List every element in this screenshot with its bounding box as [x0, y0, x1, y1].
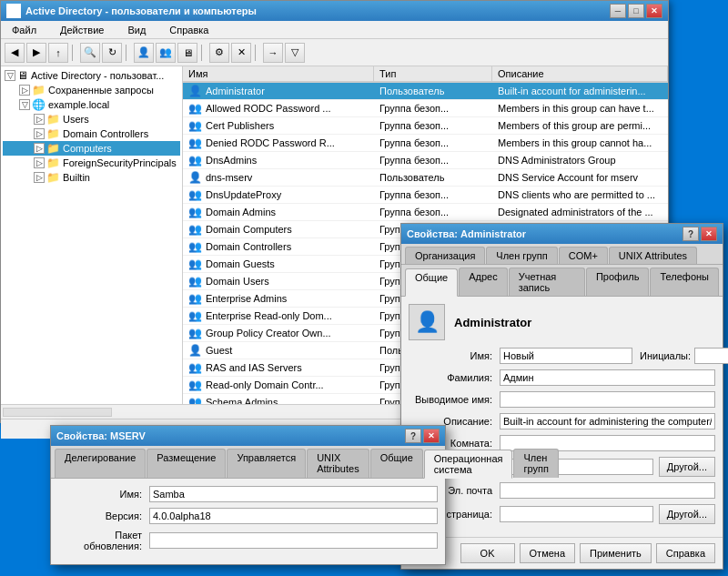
admin-close-button[interactable]: ✕ [701, 227, 717, 241]
menu-file[interactable]: Файл [5, 23, 44, 37]
tab-address[interactable]: Адрес [459, 268, 508, 296]
lastname-input[interactable] [500, 369, 715, 386]
forward-button[interactable]: ▶ [26, 43, 46, 63]
tree-foreign[interactable]: ▷ 📁 ForeignSecurityPrincipals [3, 156, 180, 170]
menu-help[interactable]: Справка [162, 23, 216, 37]
mserv-tab-delegation[interactable]: Делегирование [55, 449, 146, 478]
up-button[interactable]: ↑ [48, 43, 68, 63]
admin-ok-button[interactable]: OK [460, 543, 515, 563]
minimize-button[interactable]: ─ [610, 4, 626, 18]
tree-saved-queries[interactable]: ▷ 📁 Сохраненные запросы [3, 83, 180, 97]
web-input[interactable] [500, 506, 653, 522]
hscrollbar[interactable] [3, 408, 112, 417]
expander-users[interactable]: ▷ [34, 114, 45, 125]
tab-organization[interactable]: Организация [405, 247, 485, 264]
back-button[interactable]: ◀ [5, 43, 25, 63]
cell-type: Группа безоп... [374, 136, 492, 149]
admin-help-footer-button[interactable]: Справка [656, 543, 715, 563]
expander-computers[interactable]: ▷ [34, 143, 45, 154]
filter-button[interactable]: ▽ [285, 43, 305, 63]
menu-action[interactable]: Действие [53, 23, 111, 37]
mserv-sp-input[interactable] [149, 532, 438, 549]
tab-unix-attr[interactable]: UNIX Attributes [609, 247, 697, 264]
list-row[interactable]: 👥 DnsAdmins Группа безоп... DNS Administ… [183, 152, 668, 169]
expander-root[interactable]: ▽ [5, 70, 15, 81]
expander-foreign[interactable]: ▷ [34, 157, 45, 168]
tree-panel[interactable]: ▽ 🖥 Active Directory - пользоват... ▷ 📁 … [1, 66, 183, 404]
firstname-input[interactable] [500, 348, 632, 364]
row-icon: 👤 [188, 344, 202, 357]
refresh-button[interactable]: ↻ [102, 43, 122, 63]
new-group-button[interactable]: 👥 [156, 43, 176, 63]
delete-button[interactable]: ✕ [231, 43, 251, 63]
admin-apply-button[interactable]: Применить [580, 543, 652, 563]
admin-cancel-button[interactable]: Отмена [520, 543, 575, 563]
mserv-tab-general[interactable]: Общие [370, 449, 423, 478]
maximize-button[interactable]: □ [628, 4, 644, 18]
admin-tab-bar-2: Общие Адрес Учетная запись Профиль Телеф… [401, 265, 723, 297]
mserv-tab-members[interactable]: Член групп [513, 449, 558, 478]
cell-name: 👥 Group Policy Creator Own... [183, 326, 374, 340]
tree-users[interactable]: ▷ 📁 Users [3, 112, 180, 126]
list-row[interactable]: 👤 dns-mserv Пользователь DNS Service Acc… [183, 169, 668, 187]
list-row[interactable]: 👥 Domain Admins Группа безоп... Designat… [183, 204, 668, 221]
displayname-row: Выводимое имя: [409, 391, 715, 408]
list-row[interactable]: 👥 DnsUpdateProxy Группа безоп... DNS cli… [183, 187, 668, 204]
close-button[interactable]: ✕ [646, 4, 662, 18]
properties-button[interactable]: ⚙ [209, 43, 229, 63]
tab-phones[interactable]: Телефоны [650, 268, 719, 296]
mserv-version-input[interactable] [149, 508, 438, 524]
mserv-tab-os[interactable]: Операционная система [424, 450, 513, 479]
mserv-name-input[interactable] [149, 486, 438, 502]
list-row[interactable]: 👤 Administrator Пользователь Built-in ac… [183, 83, 668, 100]
mserv-dialog-title-bar: Свойства: MSERV ? ✕ [51, 426, 445, 446]
row-icon: 👥 [188, 102, 202, 115]
initials-input[interactable] [694, 348, 728, 364]
menu-view[interactable]: Вид [120, 23, 153, 37]
admin-dialog-body: 👤 Administrator Имя: Инициалы: Фамилия: … [401, 297, 723, 537]
expander-dc[interactable]: ▷ [34, 128, 45, 139]
tab-member-of[interactable]: Член групп [486, 247, 557, 264]
tree-example-local[interactable]: ▽ 🌐 example.local [3, 97, 180, 112]
tree-label-builtin: Builtin [63, 172, 90, 183]
new-computer-button[interactable]: 🖥 [177, 43, 197, 63]
description-input[interactable] [500, 413, 715, 429]
tree-root[interactable]: ▽ 🖥 Active Directory - пользоват... [3, 68, 180, 83]
cell-name: 👥 Read-only Domain Contr... [183, 378, 374, 392]
mserv-close-button[interactable]: ✕ [423, 429, 440, 443]
tree-builtin[interactable]: ▷ 📁 Builtin [3, 170, 180, 185]
mserv-tab-managed[interactable]: Управляется [227, 449, 306, 478]
tree-computers[interactable]: ▷ 📁 Computers [3, 141, 180, 156]
tab-profile[interactable]: Профиль [586, 268, 650, 296]
tab-account[interactable]: Учетная запись [509, 268, 585, 296]
list-row[interactable]: 👥 Denied RODC Password R... Группа безоп… [183, 135, 668, 152]
tree-icon-builtin: 📁 [46, 171, 60, 184]
col-header-name[interactable]: Имя [183, 66, 374, 81]
col-header-desc[interactable]: Описание [492, 66, 668, 81]
other-phone-button[interactable]: Другой... [659, 457, 715, 477]
cell-name: 👥 Denied RODC Password R... [183, 136, 374, 150]
mserv-tab-unix[interactable]: UNIX Attributes [307, 449, 369, 478]
new-user-button[interactable]: 👤 [134, 43, 154, 63]
list-row[interactable]: 👥 Cert Publishers Группа безоп... Member… [183, 117, 668, 135]
col-header-type[interactable]: Тип [374, 66, 492, 81]
find-button[interactable]: 🔍 [80, 43, 100, 63]
row-icon: 👥 [188, 396, 202, 404]
tree-icon-domain: 🌐 [32, 98, 46, 111]
tab-general[interactable]: Общие [405, 268, 458, 297]
expander-builtin[interactable]: ▷ [34, 172, 45, 183]
other-web-button[interactable]: Другой... [659, 504, 715, 524]
mserv-tab-placement[interactable]: Размещение [147, 449, 226, 478]
mserv-help-button[interactable]: ? [405, 429, 421, 443]
cell-type: Пользователь [374, 85, 492, 97]
expander-example[interactable]: ▽ [19, 99, 30, 110]
email-input[interactable] [500, 482, 715, 499]
tab-com-plus[interactable]: COM+ [559, 247, 608, 264]
move-button[interactable]: → [263, 43, 283, 63]
list-row[interactable]: 👥 Allowed RODC Password ... Группа безоп… [183, 100, 668, 117]
tree-domain-controllers[interactable]: ▷ 📁 Domain Controllers [3, 126, 180, 141]
expander-saved[interactable]: ▷ [19, 85, 30, 96]
displayname-input[interactable] [500, 391, 715, 408]
web-row: Веб-страница: Другой... [409, 504, 715, 524]
admin-help-button[interactable]: ? [682, 227, 699, 241]
